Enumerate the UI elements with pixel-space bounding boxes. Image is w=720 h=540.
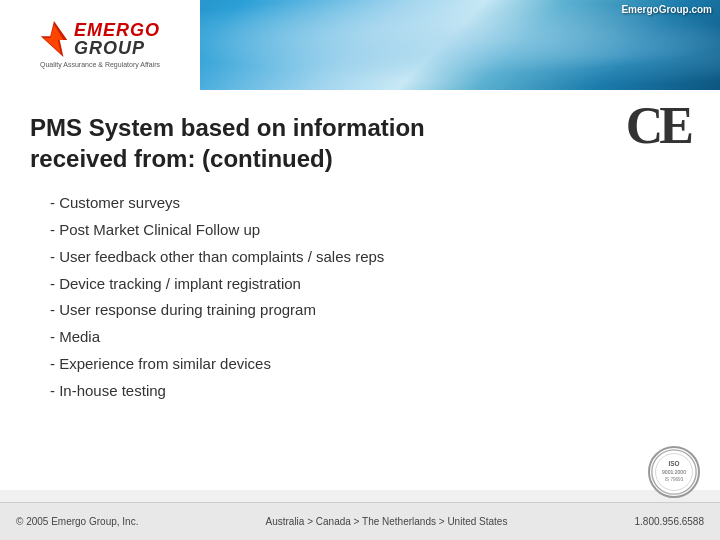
bullet-list: - Customer surveys- Post Market Clinical… xyxy=(30,190,690,404)
svg-text:ISO: ISO xyxy=(668,460,679,467)
emergo-flame-icon xyxy=(40,21,68,57)
bullet-item: - User feedback other than complaints / … xyxy=(50,244,690,271)
slide-title-line1: PMS System based on information xyxy=(30,114,425,141)
footer-nav: Australia > Canada > The Netherlands > U… xyxy=(266,516,508,527)
bullet-item: - Post Market Clinical Follow up xyxy=(50,217,690,244)
bullet-item: - User response during training program xyxy=(50,297,690,324)
bullet-item: - Customer surveys xyxy=(50,190,690,217)
header-logo-area: EMERGO GROUP Quality Assurance & Regulat… xyxy=(0,0,200,90)
footer: © 2005 Emergo Group, Inc. Australia > Ca… xyxy=(0,502,720,540)
bullet-item: - Experience from similar devices xyxy=(50,351,690,378)
ce-mark: CE xyxy=(626,100,690,152)
header-banner: EMERGO GROUP Quality Assurance & Regulat… xyxy=(0,0,720,90)
logo-emergo: EMERGO GROUP xyxy=(40,21,160,57)
logo-content: EMERGO GROUP Quality Assurance & Regulat… xyxy=(40,21,160,69)
bullet-item: - Device tracking / implant registration xyxy=(50,271,690,298)
iso-badge-svg: ISO 9001:2000 IS 79693 xyxy=(648,448,700,496)
iso-badge: ISO 9001:2000 IS 79693 xyxy=(648,446,700,498)
bullet-item: - In-house testing xyxy=(50,378,690,405)
logo-text-group: EMERGO GROUP xyxy=(74,21,160,57)
slide-title-line2: received from: (continued) xyxy=(30,145,333,172)
logo-tagline: Quality Assurance & Regulatory Affairs xyxy=(40,60,160,69)
iso-circle: ISO 9001:2000 IS 79693 xyxy=(648,446,700,498)
svg-text:IS 79693: IS 79693 xyxy=(665,477,684,482)
logo-group-text: GROUP xyxy=(74,39,160,57)
svg-text:9001:2000: 9001:2000 xyxy=(662,469,686,475)
slide-title: PMS System based on information received… xyxy=(30,112,690,174)
logo-emergo-text: EMERGO xyxy=(74,21,160,39)
footer-phone: 1.800.956.6588 xyxy=(634,516,704,527)
footer-copyright: © 2005 Emergo Group, Inc. xyxy=(16,516,138,527)
bullet-item: - Media xyxy=(50,324,690,351)
header-url: EmergoGroup.com xyxy=(621,4,712,15)
main-content: PMS System based on information received… xyxy=(0,90,720,490)
